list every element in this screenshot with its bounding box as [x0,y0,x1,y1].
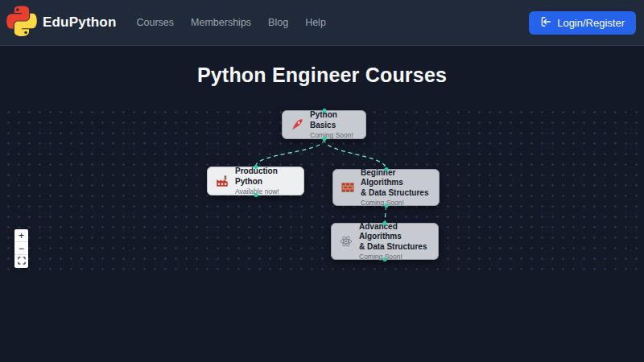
login-register-button[interactable]: Login/Register [529,11,636,35]
node-subtitle: Coming Soon! [310,131,358,139]
atom-icon [339,234,353,249]
nav-item-memberships[interactable]: Memberships [191,17,251,28]
node-handle-top[interactable] [322,109,326,113]
flow-node-production-python[interactable]: Production Python Available now! [207,167,304,195]
page-title: Python Engineer Courses [0,46,644,87]
edge-beginner-to-advanced[interactable] [385,206,386,223]
nav-item-courses[interactable]: Courses [137,17,175,28]
zoom-out-button[interactable]: − [14,242,28,255]
login-button-label: Login/Register [557,17,625,29]
edge-basics-to-beginner[interactable] [324,139,386,169]
node-title: Beginner Algorithms & Data Structures [361,168,431,199]
flow-node-python-basics[interactable]: Python Basics Coming Soon! [282,110,366,139]
main-content: Python Engineer Courses Python Basics Co… [0,46,644,362]
node-title: Python Basics [310,110,358,130]
brand[interactable]: EduPython [6,6,117,39]
factory-icon [215,174,229,188]
brand-name: EduPython [43,14,117,31]
node-handle-bottom[interactable] [254,193,258,197]
nav-item-help[interactable]: Help [305,17,326,28]
node-subtitle: Coming Soon! [361,199,431,207]
fit-view-icon [18,256,26,267]
node-handle-top[interactable] [384,167,388,171]
brick-icon [341,180,355,195]
flow-node-advanced-algorithms[interactable]: Advanced Algorithms & Data Structures Co… [331,223,439,260]
node-title: Production Python [235,167,296,187]
node-handle-top[interactable] [254,165,258,169]
zoom-in-button[interactable]: + [14,229,28,242]
python-logo-icon [6,6,37,39]
rocket-icon [290,117,304,132]
nav-item-blog[interactable]: Blog [268,17,288,28]
flow-controls: + − [14,229,28,268]
node-handle-bottom[interactable] [384,204,388,208]
node-title: Advanced Algorithms & Data Structures [359,222,431,253]
login-arrow-icon [540,16,551,30]
node-subtitle: Coming Soon! [359,253,431,261]
fit-view-button[interactable] [14,255,28,268]
node-handle-top[interactable] [383,221,387,225]
navbar: EduPython Courses Memberships Blog Help … [0,0,644,46]
node-subtitle: Available now! [235,187,296,195]
edge-basics-to-production[interactable] [256,139,324,167]
flow-canvas[interactable]: Python Basics Coming Soon! Production Py… [0,103,644,274]
node-handle-bottom[interactable] [383,257,387,261]
node-handle-bottom[interactable] [322,137,326,141]
nav-links: Courses Memberships Blog Help [137,17,326,28]
flow-node-beginner-algorithms[interactable]: Beginner Algorithms & Data Structures Co… [332,169,440,206]
